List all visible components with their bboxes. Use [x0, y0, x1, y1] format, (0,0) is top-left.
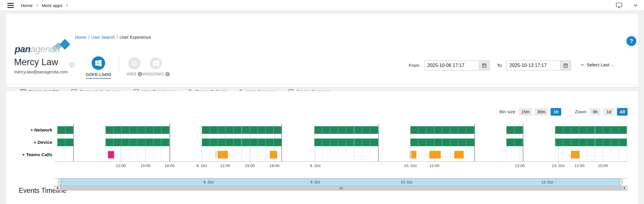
breadcrumb-item-user-experience: User Experience — [120, 35, 151, 40]
axis-break-line — [378, 124, 379, 161]
device-item-web[interactable]: WEBi — [127, 56, 142, 76]
calendar-icon — [563, 63, 568, 68]
timeline-navigator: 8. Oct9. Oct10. Oct13. Oct — [54, 178, 628, 186]
breadcrumb: Home/User Search/User Experience — [75, 35, 151, 40]
navigator-range-band[interactable]: 8. Oct9. Oct10. Oct13. Oct — [60, 178, 621, 186]
logo-diamond-main — [60, 39, 70, 50]
axis-break-line — [475, 124, 475, 161]
navigator-date-label: 10. Oct — [401, 180, 412, 184]
zoom-button-1d[interactable]: 1d — [603, 108, 614, 116]
timeline-bar — [410, 126, 475, 134]
navigator-date-label: 8. Oct — [204, 180, 213, 184]
breadcrumb-item-home[interactable]: Home — [75, 35, 87, 40]
axis-break-line — [282, 124, 282, 161]
timeline-bar — [411, 151, 416, 159]
bin-button-15m[interactable]: 15m — [519, 108, 532, 116]
info-badge-icon[interactable]: i — [138, 72, 142, 76]
navigator-left-handle[interactable] — [58, 179, 61, 185]
zoom-button-8h[interactable]: 8h — [590, 108, 601, 116]
timeline-bar — [105, 139, 170, 146]
select-last-dropdown[interactable]: Select Last ... — [580, 62, 614, 68]
timeline-bar — [454, 151, 463, 159]
from-label: From — [409, 63, 419, 68]
arrow-right-icon — [624, 187, 625, 189]
topbar-right-actions — [615, 0, 638, 11]
axis-tick-label: 12:00 — [429, 163, 439, 168]
breadcrumb-separator: / — [117, 35, 118, 40]
axis-tick-label: 9. Oct — [310, 163, 320, 168]
info-icon[interactable]: i — [70, 63, 74, 67]
axis-tick-label: 12:00 — [116, 163, 126, 168]
timeline-bar — [506, 139, 523, 146]
to-date-input[interactable] — [506, 60, 561, 70]
user-email: mercy.law@panagenda.com — [14, 70, 68, 74]
timeline-bar — [429, 151, 441, 159]
from-date-input[interactable] — [424, 60, 479, 70]
axis-tick-label: 13. Oct — [552, 163, 565, 168]
scroll-right-button[interactable] — [622, 186, 627, 190]
row-label-device[interactable]: + Device — [6, 140, 52, 145]
chevron-right-icon — [65, 4, 69, 7]
chevron-down-icon[interactable] — [633, 3, 638, 8]
axis-tick-label: 12:00 — [515, 163, 525, 168]
chevron-down-icon — [580, 63, 584, 67]
timeline-bar — [202, 139, 282, 146]
timeline-bar — [57, 126, 73, 134]
device-item-gofe-l5450[interactable]: GOFE-L5450 — [86, 56, 111, 79]
info-badge-icon[interactable]: i — [165, 72, 170, 76]
row-label-teamscalls[interactable]: + Teams Calls — [6, 152, 52, 157]
bin-button-30m[interactable]: 30m — [535, 108, 548, 116]
calendar-icon — [482, 63, 487, 68]
from-calendar-button[interactable] — [479, 60, 490, 70]
breadcrumb-separator: / — [88, 35, 90, 40]
timeline-bar — [57, 139, 73, 146]
chart-controls: Bin size15m30m1hZoom8h1dAll — [499, 108, 628, 116]
timeline-bar — [506, 126, 523, 134]
help-button[interactable]: ? — [626, 36, 636, 46]
topbar-breadcrumb: HomeMore apps — [21, 0, 69, 11]
axis-break-line — [170, 124, 170, 161]
topbar-breadcrumb-item[interactable]: Home — [21, 3, 33, 8]
device-label: WEB — [127, 72, 136, 76]
timeline-bar — [555, 139, 627, 146]
panagenda-logo: panagenda — [15, 42, 73, 55]
windows-logo-icon — [150, 57, 162, 69]
to-calendar-button[interactable] — [561, 60, 571, 70]
bin-button-1h[interactable]: 1h — [551, 108, 561, 116]
tab-bar-border — [6, 84, 638, 85]
topbar-breadcrumb-item[interactable]: More apps — [42, 3, 63, 8]
arrow-left-icon — [56, 187, 58, 189]
globe-icon — [128, 57, 140, 69]
breadcrumb-item-user-search[interactable]: User Search — [91, 35, 115, 40]
timeline-bar — [571, 151, 579, 159]
device-item-windows[interactable]: WINDOWSi — [142, 56, 169, 76]
scrollbar-grip[interactable] — [340, 187, 342, 190]
display-icon[interactable] — [615, 2, 623, 9]
top-app-bar: HomeMore apps — [0, 0, 644, 11]
hamburger-menu-icon[interactable] — [7, 3, 14, 8]
zoom-size-label: Zoom — [575, 109, 586, 114]
scroll-left-button[interactable] — [55, 186, 60, 190]
navigator-mid-line — [60, 182, 621, 182]
axis-break-line — [523, 124, 523, 161]
navigator-date-label: 9. Oct — [310, 180, 320, 184]
zoom-button-all[interactable]: All — [617, 108, 628, 116]
navigator-right-handle[interactable] — [619, 179, 623, 185]
page-title: Mercy Law — [14, 57, 58, 68]
row-label-network[interactable]: + Network — [6, 127, 52, 133]
x-axis-line — [54, 161, 628, 162]
page: HomeMore apps panagenda Home/User Search… — [0, 0, 644, 204]
chevron-right-icon — [36, 4, 39, 7]
timeline-bar — [202, 126, 282, 134]
selected-device-underline — [86, 78, 111, 79]
axis-tick-label: 10. Oct — [404, 163, 417, 168]
navigator-date-label: 13. Oct — [542, 180, 553, 184]
axis-tick-label: 15:00 — [598, 163, 608, 168]
horizontal-scrollbar[interactable] — [54, 186, 628, 190]
axis-tick-label: 18:00 — [270, 163, 280, 168]
logo-text: panagenda — [15, 44, 60, 55]
axis-tick-label: 15:00 — [140, 163, 150, 168]
timeline-bar — [108, 151, 114, 159]
timeline-bar — [218, 151, 228, 159]
timeline-bar — [555, 126, 627, 134]
